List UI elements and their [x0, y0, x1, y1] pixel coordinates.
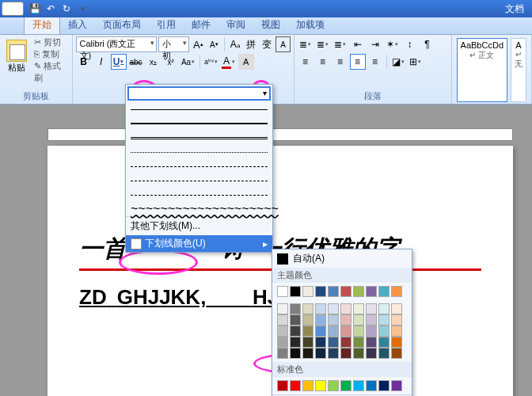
color-swatch[interactable]: [328, 286, 339, 297]
color-swatch[interactable]: [302, 326, 314, 337]
color-swatch[interactable]: [378, 303, 390, 314]
align-center-button[interactable]: ≡: [315, 54, 331, 70]
color-swatch[interactable]: [378, 348, 390, 359]
color-swatch[interactable]: [353, 314, 364, 326]
color-swatch[interactable]: [366, 337, 377, 348]
borders-button[interactable]: ⊞: [408, 54, 424, 70]
multilevel-button[interactable]: ≣: [332, 36, 348, 52]
underline-button[interactable]: U: [111, 54, 127, 70]
qat-customize[interactable]: ▾: [75, 2, 89, 15]
color-swatch[interactable]: [277, 348, 288, 359]
color-swatch[interactable]: [340, 314, 352, 326]
char-shading-button[interactable]: A: [238, 54, 254, 70]
align-right-button[interactable]: ≡: [332, 54, 348, 70]
underline-style-wave[interactable]: ~~~~~~~~~~~~~~~~~~~~: [131, 202, 268, 216]
tab-view[interactable]: 视图: [253, 16, 288, 34]
color-swatch[interactable]: [290, 348, 301, 359]
char-box-button[interactable]: A: [276, 36, 290, 52]
tab-insert[interactable]: 插入: [60, 16, 95, 34]
cut-button[interactable]: ✂ 剪切: [34, 36, 69, 48]
color-swatch[interactable]: [328, 303, 339, 314]
color-swatch[interactable]: [366, 286, 377, 297]
strike-button[interactable]: abc: [128, 54, 144, 70]
align-left-button[interactable]: ≡: [298, 54, 314, 70]
color-swatch[interactable]: [302, 380, 314, 391]
linespacing-button[interactable]: ✶: [385, 36, 401, 52]
color-swatch[interactable]: [378, 286, 390, 297]
align-distribute-button[interactable]: ≡: [367, 54, 383, 70]
clear-format-button[interactable]: Aₐ: [228, 36, 242, 52]
color-swatch[interactable]: [366, 303, 377, 314]
color-swatch[interactable]: [290, 380, 301, 391]
color-swatch[interactable]: [302, 286, 314, 297]
grow-font-button[interactable]: A▴: [191, 36, 205, 52]
underline-style-dashdotdot[interactable]: [131, 188, 268, 202]
color-swatch[interactable]: [290, 337, 301, 348]
copy-button[interactable]: ⎘ 复制: [34, 48, 69, 60]
underline-style-dashdot[interactable]: [131, 173, 268, 188]
change-case-button[interactable]: Aa: [180, 54, 196, 70]
pinyin-button[interactable]: 拼: [244, 36, 258, 52]
shrink-font-button[interactable]: A▾: [207, 36, 221, 52]
underline-style-single[interactable]: [131, 102, 268, 116]
italic-button[interactable]: I: [93, 54, 109, 70]
color-swatch[interactable]: [302, 348, 314, 359]
color-swatch[interactable]: [353, 348, 364, 359]
color-swatch[interactable]: [277, 303, 288, 314]
color-swatch[interactable]: [328, 348, 339, 359]
color-swatch[interactable]: [391, 314, 402, 326]
font-color-button[interactable]: A: [221, 54, 237, 70]
color-swatch[interactable]: [290, 326, 301, 337]
color-swatch[interactable]: [391, 380, 402, 391]
color-swatch[interactable]: [277, 286, 288, 297]
color-swatch[interactable]: [315, 286, 326, 297]
color-swatch[interactable]: [277, 314, 288, 326]
font-name-combo[interactable]: Calibri (西文正文): [76, 36, 157, 52]
color-swatch[interactable]: [366, 380, 377, 391]
color-swatch[interactable]: [391, 348, 402, 359]
color-swatch[interactable]: [340, 337, 352, 348]
align-justify-button[interactable]: ≡: [350, 54, 366, 70]
color-swatch[interactable]: [315, 337, 326, 348]
underline-style-double[interactable]: [131, 131, 268, 145]
highlight-button[interactable]: aᵇʸ: [203, 54, 219, 70]
color-swatch[interactable]: [302, 303, 314, 314]
paste-button[interactable]: 粘贴: [3, 36, 31, 76]
color-swatch[interactable]: [290, 303, 301, 314]
underline-style-thick[interactable]: [131, 116, 268, 131]
save-icon[interactable]: 💾: [28, 2, 42, 15]
color-swatch[interactable]: [353, 303, 364, 314]
color-swatch[interactable]: [391, 303, 402, 314]
color-swatch[interactable]: [302, 314, 314, 326]
color-swatch[interactable]: [391, 326, 402, 337]
color-swatch[interactable]: [340, 326, 352, 337]
color-swatch[interactable]: [277, 380, 288, 391]
char-border-button[interactable]: 变: [260, 36, 274, 52]
tab-references[interactable]: 引用: [149, 16, 184, 34]
underline-current[interactable]: [127, 86, 271, 101]
subscript-button[interactable]: x₂: [146, 54, 162, 70]
office-button[interactable]: ◧: [2, 2, 24, 16]
color-swatch[interactable]: [328, 380, 339, 391]
tab-home[interactable]: 开始: [24, 15, 60, 34]
indent-dec-button[interactable]: ⇤: [350, 36, 366, 52]
shading-button[interactable]: ◪: [390, 54, 406, 70]
color-swatch[interactable]: [302, 337, 314, 348]
format-painter-button[interactable]: ✎ 格式刷: [34, 60, 69, 84]
underline-color-item[interactable]: 下划线颜色(U) ▸: [126, 235, 272, 252]
font-size-combo[interactable]: 小初: [158, 36, 190, 52]
tab-mailings[interactable]: 邮件: [184, 16, 218, 34]
bullets-button[interactable]: ≣: [298, 36, 314, 52]
horizontal-ruler[interactable]: [48, 128, 513, 141]
color-swatch[interactable]: [340, 286, 352, 297]
color-swatch[interactable]: [391, 286, 402, 297]
color-swatch[interactable]: [378, 326, 390, 337]
color-swatch[interactable]: [366, 326, 377, 337]
color-swatch[interactable]: [353, 326, 364, 337]
color-swatch[interactable]: [290, 286, 301, 297]
color-swatch[interactable]: [315, 314, 326, 326]
color-swatch[interactable]: [290, 314, 301, 326]
redo-icon[interactable]: ↻: [59, 2, 74, 15]
color-swatch[interactable]: [328, 337, 339, 348]
color-swatch[interactable]: [315, 380, 326, 391]
